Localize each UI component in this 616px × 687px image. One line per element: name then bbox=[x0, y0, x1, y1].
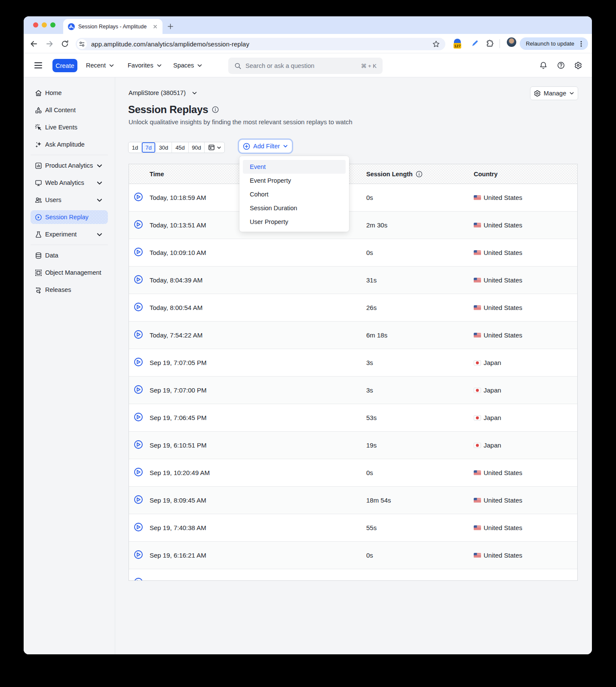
svg-text:127: 127 bbox=[454, 44, 460, 48]
